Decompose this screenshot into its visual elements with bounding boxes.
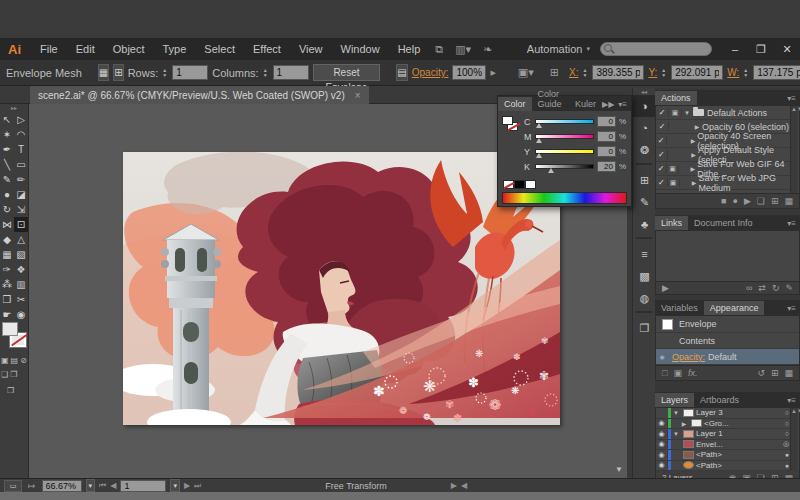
edit-original-icon[interactable]: ✎ bbox=[785, 283, 793, 293]
expand-triangle-icon[interactable]: ▶ bbox=[690, 179, 699, 186]
opacity-dropdown-icon[interactable]: ▶ bbox=[490, 69, 495, 77]
last-artboard-icon[interactable]: ⏭ bbox=[194, 481, 201, 491]
document-tab[interactable]: scene2.ai* @ 66.67% (CMYK/Preview/U.S. W… bbox=[30, 86, 369, 104]
panel-menu-icon[interactable]: ▾≡ bbox=[618, 100, 631, 111]
dialog-toggle-icon[interactable]: ▣ bbox=[667, 165, 678, 173]
zoom-tool[interactable]: ◉ bbox=[14, 307, 28, 322]
dialog-toggle-icon[interactable]: ▣ bbox=[669, 109, 682, 117]
black-swatch[interactable] bbox=[514, 180, 525, 189]
dialog-options-icon[interactable]: ▤ bbox=[396, 64, 407, 81]
x-input[interactable] bbox=[592, 65, 644, 80]
new-fill-icon[interactable]: ▣ bbox=[673, 368, 682, 378]
panel-menu-icon[interactable]: ▾≡ bbox=[787, 94, 800, 105]
target-circle-icon[interactable]: ● bbox=[785, 451, 789, 458]
free-transform-tool[interactable]: ⊡ bbox=[14, 217, 28, 232]
black-slider[interactable]: K 20 % bbox=[524, 160, 626, 173]
hand-tool[interactable]: ☛ bbox=[0, 307, 14, 322]
menu-object[interactable]: Object bbox=[104, 43, 154, 55]
eyedropper-tool[interactable]: ✑ bbox=[0, 262, 14, 277]
visibility-toggle[interactable]: ◉ bbox=[656, 451, 668, 459]
duplicate-item-icon[interactable]: ⊞ bbox=[771, 368, 779, 378]
pen-tool[interactable]: ✒ bbox=[0, 142, 14, 157]
gradient-panel-icon[interactable]: ▩ bbox=[633, 265, 656, 287]
appearance-label[interactable]: Contents bbox=[679, 336, 715, 346]
eye-icon[interactable]: ◉ bbox=[656, 353, 668, 360]
menu-effect[interactable]: Effect bbox=[244, 43, 290, 55]
scale-tool[interactable]: ⇲ bbox=[14, 202, 28, 217]
actions-scrollbar[interactable]: ▲▼ bbox=[790, 106, 798, 193]
toggle-item-check[interactable]: ✓ bbox=[656, 164, 667, 173]
columns-input[interactable] bbox=[273, 65, 309, 80]
none-swatch[interactable] bbox=[503, 180, 514, 189]
y-stepper[interactable]: ▲▼ bbox=[661, 68, 666, 78]
expand-panels-icon[interactable]: ◂◂ bbox=[633, 88, 655, 95]
new-stroke-icon[interactable]: □ bbox=[662, 368, 667, 378]
relink-icon[interactable]: ∞ bbox=[746, 283, 752, 293]
width-tool[interactable]: ⋈ bbox=[0, 217, 14, 232]
x-stepper[interactable]: ▲▼ bbox=[582, 68, 587, 78]
action-label[interactable]: Save For Web JPG Medium bbox=[699, 173, 799, 193]
action-set-label[interactable]: Default Actions bbox=[707, 108, 767, 118]
opacity-link[interactable]: Opacity: bbox=[672, 352, 705, 362]
delete-icon[interactable]: ▦ bbox=[784, 196, 793, 206]
layer-name[interactable]: Layer 1 bbox=[696, 429, 723, 438]
brushes-panel-icon[interactable]: ✎ bbox=[633, 191, 656, 213]
fill-swatch[interactable] bbox=[2, 322, 18, 336]
blob-brush-tool[interactable]: ● bbox=[0, 187, 14, 202]
swatches-panel-icon[interactable]: ⊞ bbox=[633, 169, 656, 191]
stop-playing-icon[interactable]: ■ bbox=[721, 196, 726, 206]
line-tool[interactable]: ╲ bbox=[0, 157, 14, 172]
delete-item-icon[interactable]: ▦ bbox=[784, 368, 793, 378]
expand-triangle-icon[interactable]: ▶ bbox=[679, 420, 689, 427]
color-guide-panel-icon[interactable]: ◔ bbox=[633, 117, 656, 139]
opacity-input[interactable] bbox=[452, 65, 486, 80]
appearance-row-contents[interactable]: Contents bbox=[656, 333, 799, 349]
layer-row[interactable]: ▼ Layer 3 ○ bbox=[656, 408, 799, 419]
color-spectrum-bar[interactable] bbox=[502, 192, 627, 204]
status-collapse-icon[interactable]: ◀ bbox=[461, 481, 467, 490]
rows-stepper[interactable]: ▲▼ bbox=[162, 68, 167, 78]
scroll-down-icon[interactable]: ▼ bbox=[615, 465, 623, 474]
transparency-panel-icon[interactable]: ◍ bbox=[633, 287, 656, 309]
zoom-level-input[interactable] bbox=[42, 480, 82, 492]
toggle-item-check[interactable]: ✓ bbox=[656, 150, 668, 159]
opacity-link[interactable]: Opacity: bbox=[412, 67, 449, 78]
expand-triangle-icon[interactable]: ▶ bbox=[689, 137, 698, 144]
y-input[interactable] bbox=[671, 65, 723, 80]
show-link-info-icon[interactable]: ▶ bbox=[662, 283, 669, 293]
graphic-styles-panel-icon[interactable]: ❐ bbox=[633, 317, 656, 339]
tab-color[interactable]: Color bbox=[498, 97, 532, 111]
target-circle-icon[interactable]: ◎ bbox=[783, 440, 789, 448]
draw-behind-icon[interactable]: ❐ bbox=[10, 370, 17, 379]
blend-tool[interactable]: ❖ bbox=[14, 262, 28, 277]
white-swatch[interactable] bbox=[525, 180, 536, 189]
target-circle-icon[interactable]: ○ bbox=[785, 420, 789, 427]
menu-file[interactable]: File bbox=[31, 43, 67, 55]
menu-help[interactable]: Help bbox=[389, 43, 430, 55]
slice-tool[interactable]: ✂ bbox=[14, 292, 28, 307]
lasso-tool[interactable]: ◠ bbox=[14, 127, 28, 142]
appearance-row-envelope[interactable]: Envelope bbox=[656, 316, 799, 333]
rotate-tool[interactable]: ↻ bbox=[0, 202, 14, 217]
layer-row[interactable]: ◉ Envel... ◎ bbox=[656, 440, 799, 451]
appearance-label[interactable]: Envelope bbox=[679, 319, 717, 329]
toggle-item-check[interactable]: ✓ bbox=[656, 122, 669, 131]
tab-color-guide[interactable]: Color Guide bbox=[532, 87, 569, 111]
go-to-link-icon[interactable]: ⇄ bbox=[758, 283, 766, 293]
document-close-icon[interactable]: × bbox=[355, 90, 361, 101]
artboard-dropdown-icon[interactable]: ▾ bbox=[170, 479, 180, 492]
tab-document-info[interactable]: Document Info bbox=[688, 216, 759, 230]
draw-normal-icon[interactable]: ❏ bbox=[1, 370, 8, 379]
tab-kuler[interactable]: Kuler bbox=[569, 97, 602, 111]
tab-appearance[interactable]: Appearance bbox=[704, 301, 765, 315]
record-icon[interactable]: ● bbox=[733, 196, 738, 206]
first-artboard-icon[interactable]: ⏮ bbox=[99, 481, 106, 491]
cyan-slider[interactable]: C 0 % bbox=[524, 115, 626, 128]
menu-edit[interactable]: Edit bbox=[67, 43, 104, 55]
expand-triangle-icon[interactable]: ▶ bbox=[689, 165, 698, 172]
target-circle-icon[interactable]: ● bbox=[785, 462, 789, 469]
visibility-toggle[interactable]: ◉ bbox=[656, 440, 668, 448]
reset-envelope-shape-button[interactable]: Reset Envelope Shape bbox=[313, 64, 381, 81]
cs-live-icon[interactable]: ❧ bbox=[477, 43, 498, 56]
make-envelope-mesh-icon[interactable]: ▦ bbox=[98, 64, 109, 81]
